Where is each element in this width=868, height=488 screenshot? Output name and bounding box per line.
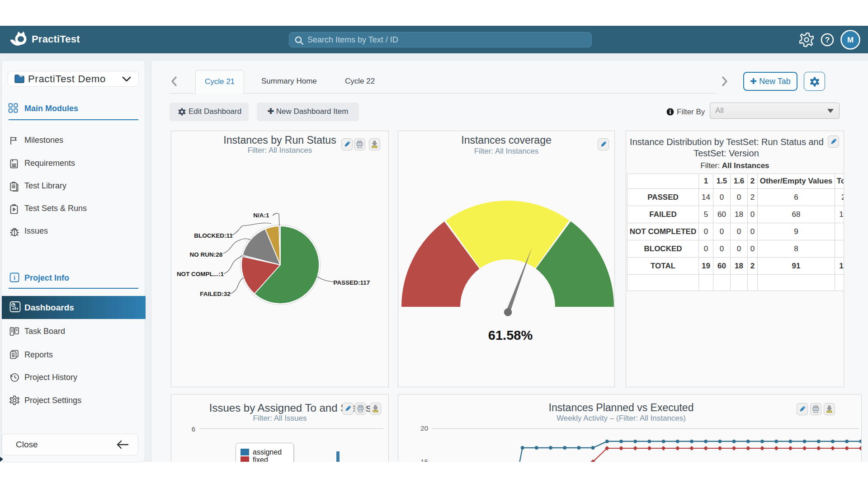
svg-text:i: i bbox=[14, 274, 15, 281]
svg-text:M: M bbox=[847, 36, 854, 44]
svg-text:NO RUN:28: NO RUN:28 bbox=[190, 251, 223, 258]
svg-text:20: 20 bbox=[420, 424, 428, 432]
svg-text:BLOCKED:11: BLOCKED:11 bbox=[194, 232, 233, 239]
svg-text:NOT COMPL...:1: NOT COMPL...:1 bbox=[177, 271, 224, 277]
svg-text:PASSED:117: PASSED:117 bbox=[334, 279, 370, 286]
svg-text:61.58%: 61.58% bbox=[488, 328, 533, 343]
svg-text:15: 15 bbox=[420, 458, 428, 462]
svg-text:?: ? bbox=[825, 36, 830, 44]
svg-text:N/A:1: N/A:1 bbox=[253, 212, 269, 219]
svg-text:FAILED:32: FAILED:32 bbox=[200, 291, 231, 297]
